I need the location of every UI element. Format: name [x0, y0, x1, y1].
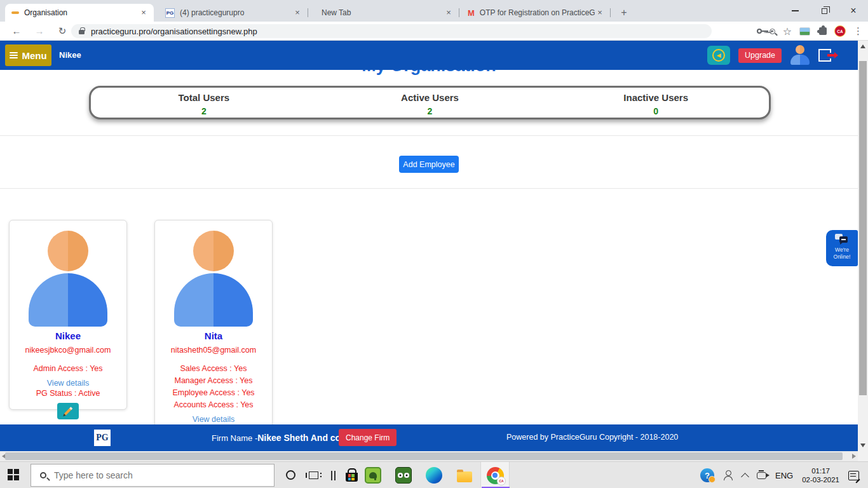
- employee-avatar: [174, 231, 253, 327]
- copyright-text: Powered by PracticeGuru Copyright - 2018…: [506, 433, 678, 442]
- scroll-right-icon[interactable]: [852, 454, 856, 459]
- tab-close-icon[interactable]: ×: [444, 8, 454, 18]
- firm-label: Firm Name -: [212, 433, 257, 443]
- back-circle-button[interactable]: ◀: [707, 46, 730, 65]
- tab-organisation[interactable]: Organisation ×: [5, 4, 154, 22]
- action-center-icon[interactable]: [848, 471, 859, 480]
- image-extension-icon[interactable]: [799, 27, 810, 36]
- url-omnibox[interactable]: practiceguru.pro/organisationsettingsnew…: [71, 24, 712, 38]
- cortana-icon[interactable]: [286, 470, 295, 480]
- zoom-out-icon[interactable]: [770, 29, 775, 34]
- avatar[interactable]: [790, 45, 810, 65]
- bookmark-star-icon[interactable]: ☆: [783, 25, 792, 37]
- tab-gmail-otp[interactable]: M OTP for Registration on PracticeG ×: [461, 4, 610, 22]
- file-explorer-icon: [457, 471, 472, 482]
- stat-inactive-users: Inactive Users 0: [543, 88, 769, 118]
- firm-name: Nikee Sheth And co: [257, 433, 341, 443]
- vertical-scrollbar[interactable]: [858, 41, 868, 451]
- employee-avatar: [29, 231, 107, 327]
- horizontal-scroll-thumb[interactable]: [5, 452, 843, 460]
- access-line: Employee Access : Yes: [155, 387, 272, 399]
- vertical-scroll-thumb[interactable]: [859, 61, 867, 395]
- password-key-icon[interactable]: [757, 29, 762, 34]
- taskbar-app-tripadvisor[interactable]: [389, 462, 418, 488]
- access-line: Admin Access : Yes: [10, 363, 126, 375]
- tab-new-tab[interactable]: New Tab ×: [310, 4, 459, 22]
- scroll-down-icon[interactable]: [860, 444, 865, 447]
- tab-close-icon[interactable]: ×: [595, 8, 605, 18]
- minimize-button[interactable]: [780, 0, 810, 22]
- restore-button[interactable]: [810, 0, 839, 22]
- add-employee-button[interactable]: Add Employee: [399, 156, 459, 173]
- upgrade-button[interactable]: Upgrade: [738, 48, 782, 63]
- pg-logo: PG: [94, 430, 111, 446]
- tab-separator: [610, 8, 611, 17]
- browser-address-bar: ← → ↻ practiceguru.pro/organisationsetti…: [0, 22, 868, 41]
- search-input[interactable]: [54, 470, 245, 480]
- firm-name-line: Firm Name -Nikee Sheth And co: [212, 433, 341, 443]
- tab-close-icon[interactable]: ×: [292, 8, 302, 18]
- header-actions: ◀ Upgrade: [707, 41, 831, 70]
- url-text[interactable]: practiceguru.pro/organisationsettingsnew…: [91, 27, 257, 36]
- language-indicator[interactable]: ENG: [775, 471, 793, 480]
- new-tab-button[interactable]: +: [618, 6, 630, 19]
- hidden-icons-chevron-icon[interactable]: [741, 473, 749, 481]
- scroll-up-icon[interactable]: [860, 44, 865, 48]
- live-chat-widget[interactable]: We're Online!: [826, 230, 858, 266]
- reload-button[interactable]: ↻: [56, 25, 69, 37]
- tab-practicegurupro[interactable]: PG (4) practicegurupro ×: [159, 4, 308, 22]
- pg-status: PG Status : Active: [10, 389, 126, 398]
- address-bar-actions: ☆ CA ⋮: [757, 22, 863, 41]
- taskbar-search[interactable]: [31, 464, 275, 487]
- stat-label: Active Users: [317, 92, 543, 103]
- ca-badge-icon: CA: [497, 477, 506, 485]
- pencil-icon: [64, 407, 72, 415]
- employee-email: nitasheth05@gmail.com: [155, 346, 272, 355]
- close-icon: ×: [850, 5, 856, 17]
- change-firm-button[interactable]: Change Firm: [339, 429, 397, 446]
- taskbar-app-evernote[interactable]: [358, 462, 388, 488]
- close-button[interactable]: ×: [839, 0, 868, 22]
- logout-icon[interactable]: [818, 49, 831, 62]
- employee-email: nikeesjbkco@gmail.com: [10, 346, 126, 355]
- windows-taskbar: CA ? ENG 01:17 02-03-2021: [0, 461, 868, 488]
- system-tray: ? ENG 01:17 02-03-2021: [700, 462, 868, 488]
- site-header: Menu Nikee ◀ Upgrade: [0, 41, 858, 70]
- edit-employee-button[interactable]: [57, 403, 79, 419]
- employee-card: Nikee nikeesjbkco@gmail.com Admin Access…: [9, 220, 127, 410]
- browser-tab-strip: Organisation × PG (4) practicegurupro × …: [0, 0, 868, 22]
- forward-button[interactable]: →: [33, 25, 46, 36]
- tab-title: Organisation: [24, 8, 139, 17]
- horizontal-scrollbar[interactable]: [0, 451, 858, 461]
- stat-label: Total Users: [91, 92, 317, 103]
- edge-icon: [426, 467, 442, 484]
- view-details-link[interactable]: View details: [155, 415, 272, 424]
- header-username: Nikee: [59, 50, 81, 60]
- view-details-link[interactable]: View details: [10, 379, 126, 388]
- taskbar-app-edge[interactable]: [419, 462, 449, 488]
- window-controls: ×: [780, 0, 868, 22]
- people-icon[interactable]: [723, 470, 733, 480]
- pg-favicon-icon: PG: [165, 8, 175, 18]
- tab-close-icon[interactable]: ×: [139, 8, 149, 18]
- user-stats-card: Total Users 2 Active Users 2 Inactive Us…: [89, 86, 771, 119]
- browser-menu-icon[interactable]: ⋮: [853, 25, 863, 37]
- avatar-body: [174, 273, 253, 327]
- employee-name: Nikee: [10, 330, 126, 341]
- site-dash-favicon-icon: [11, 11, 19, 14]
- taskbar-app-explorer[interactable]: [450, 462, 479, 488]
- ca-extension-icon[interactable]: CA: [834, 25, 846, 37]
- extensions-puzzle-icon[interactable]: [819, 27, 827, 35]
- clock[interactable]: 01:17 02-03-2021: [802, 466, 839, 484]
- task-view-icon[interactable]: [309, 471, 318, 479]
- section-divider: [0, 135, 858, 136]
- back-button[interactable]: ←: [10, 25, 23, 36]
- start-button-windows-icon[interactable]: [8, 469, 19, 480]
- help-support-icon[interactable]: ?: [700, 468, 714, 482]
- restore-icon: [822, 8, 827, 14]
- meet-now-icon[interactable]: [757, 472, 766, 479]
- tripadvisor-icon: [395, 467, 412, 484]
- employee-access-list: Admin Access : Yes: [10, 363, 126, 375]
- taskbar-app-chrome-active[interactable]: CA: [480, 462, 510, 488]
- menu-button[interactable]: Menu: [5, 44, 51, 66]
